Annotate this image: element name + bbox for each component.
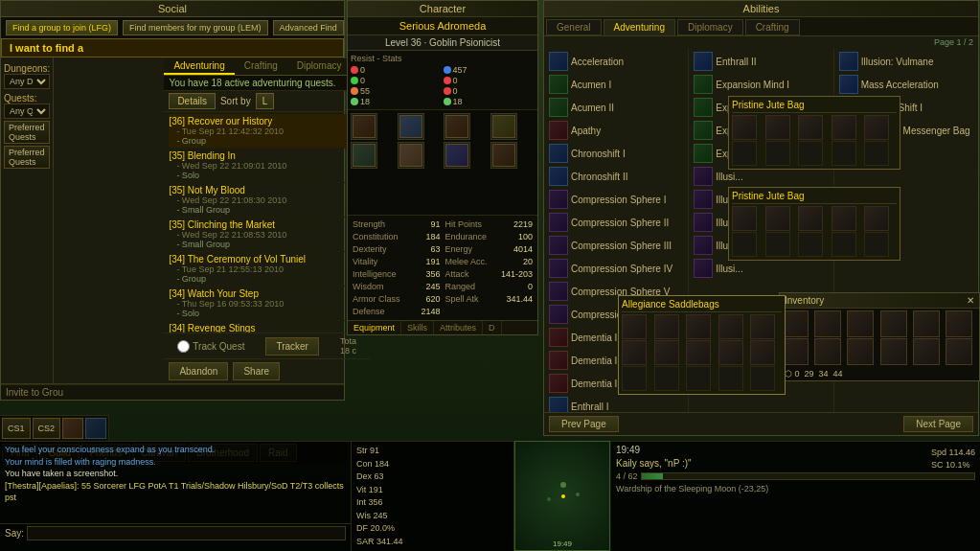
inventory-slot[interactable] [782,310,809,337]
equip-slot[interactable] [398,142,424,169]
ability-item[interactable]: Compression Sphere II [546,211,686,234]
bag-slot[interactable] [732,232,757,257]
inventory-slot[interactable] [913,338,940,365]
preferred-quests-button[interactable]: Preferred Quests [4,121,50,144]
bag-slot[interactable] [798,115,823,140]
ability-item[interactable]: Chronoshift I [546,142,686,165]
bag-slot[interactable] [798,232,823,257]
allegiance-slot[interactable] [750,314,775,339]
allegiance-slot[interactable] [718,340,743,365]
dungeons-dropdown[interactable]: Any Du [4,74,50,89]
tab-diplomacy[interactable]: Diplomacy [677,19,743,35]
ability-item[interactable]: Acumen I [546,73,686,96]
tracker-button[interactable]: Tracker [265,337,319,356]
ability-item[interactable]: Chronoshift II [546,165,686,188]
allegiance-slot[interactable] [622,314,647,339]
bag-slot[interactable] [765,206,790,231]
tab-skills[interactable]: Skills [401,321,434,334]
chat-input[interactable] [27,526,346,540]
bag-slot[interactable] [832,206,856,231]
inventory-slot[interactable] [880,310,907,337]
ability-item[interactable]: Enthrall I [546,395,686,412]
table-row[interactable]: [35] Blending In - Wed Sep 22 21:09:01 2… [169,149,365,183]
equip-slot[interactable] [444,142,470,169]
ability-item[interactable]: Acumen II [546,96,686,119]
table-row[interactable]: [34] The Ceremony of Vol Tuniel - Tue Se… [169,252,365,287]
inventory-slot[interactable] [847,310,874,337]
inventory-slot[interactable] [814,310,841,337]
ability-item[interactable]: Compression Sphere IV [546,257,686,280]
bag-slot[interactable] [864,232,889,257]
tab-equipment[interactable]: Equipment [348,321,401,334]
equip-slot[interactable] [351,113,377,140]
bag-slot[interactable] [732,206,757,231]
allegiance-slot[interactable] [622,366,647,391]
bag-slot[interactable] [864,115,889,140]
inventory-close-button[interactable]: ✕ [967,295,974,306]
equip-slot[interactable] [490,142,517,169]
tab-general[interactable]: General [546,19,602,35]
inventory-slot[interactable] [946,338,972,365]
next-page-button[interactable]: Next Page [903,416,973,432]
allegiance-slot[interactable] [622,340,647,365]
allegiance-slot[interactable] [654,340,679,365]
tab-attributes[interactable]: Attributes [434,321,483,334]
bag-slot[interactable] [864,206,889,231]
ability-item[interactable]: Mass Acceleration [836,73,976,96]
tab-crafting[interactable]: Crafting [235,58,287,75]
ability-item[interactable]: Enthrall II [691,50,831,73]
table-row[interactable]: [34] Revenge Stings [169,321,365,333]
table-row[interactable]: [35] Not My Blood - Wed Sep 22 21:08:30 … [169,183,365,218]
table-row[interactable]: [35] Clinching the Market - Wed Sep 22 2… [169,218,365,252]
bag-slot[interactable] [765,232,790,257]
inventory-slot[interactable] [946,310,972,337]
bag-slot[interactable] [765,115,790,140]
allegiance-slot[interactable] [718,366,743,391]
ability-item[interactable]: Illusion: Vulmane [836,50,976,73]
allegiance-slot[interactable] [686,366,711,391]
allegiance-slot[interactable] [654,314,679,339]
prev-page-button[interactable]: Prev Page [549,416,619,432]
equip-slot[interactable] [398,113,424,140]
bag-slot[interactable] [832,115,856,140]
inventory-slot[interactable] [847,338,874,365]
equip-slot[interactable] [490,113,517,140]
preferred-quests-button2[interactable]: Preferred Quests [4,146,50,169]
bag-slot[interactable] [765,141,790,166]
advanced-find-button[interactable]: Advanced Find [273,20,344,35]
ability-item[interactable]: Compression Sphere III [546,234,686,257]
cs1-button[interactable]: CS1 [2,418,31,439]
cs2-button[interactable]: CS2 [33,418,61,439]
inventory-slot[interactable] [880,338,907,365]
allegiance-slot[interactable] [686,340,711,365]
allegiance-slot[interactable] [654,366,679,391]
lem-button[interactable]: Find members for my group (LEM) [123,20,268,35]
tab-crafting[interactable]: Crafting [745,19,800,35]
bag-slot[interactable] [732,115,757,140]
sort-button[interactable]: L [256,93,275,109]
abandon-button[interactable]: Abandon [169,362,228,380]
bag-slot[interactable] [832,141,856,166]
bag-slot[interactable] [732,141,757,166]
track-quest-input[interactable] [177,340,190,353]
allegiance-slot[interactable] [686,314,711,339]
share-button[interactable]: Share [233,362,280,380]
bag-slot[interactable] [798,141,823,166]
inventory-slot[interactable] [814,338,841,365]
bag-slot[interactable] [798,206,823,231]
tab-adventuring[interactable]: Adventuring [164,58,234,75]
tab-adventuring[interactable]: Adventuring [604,19,675,35]
tab-diplomacy[interactable]: Diplomacy [287,58,352,75]
ability-item[interactable]: Compression Sphere I [546,188,686,211]
track-quest-radio[interactable]: Track Quest [177,340,244,353]
allegiance-slot[interactable] [750,340,775,365]
allegiance-slot[interactable] [750,366,775,391]
inventory-slot[interactable] [913,310,940,337]
quests-dropdown[interactable]: Any Quest [4,103,50,119]
table-row[interactable]: [34] Watch Your Step - Thu Sep 16 09:53:… [169,287,365,321]
table-row[interactable]: [36] Recover our History - Tue Sep 21 12… [169,114,365,149]
bag-slot[interactable] [864,141,889,166]
bag-slot[interactable] [832,232,856,257]
lfg-button[interactable]: Find a group to join (LFG) [6,20,118,35]
ability-item[interactable]: Apathy [546,119,686,142]
